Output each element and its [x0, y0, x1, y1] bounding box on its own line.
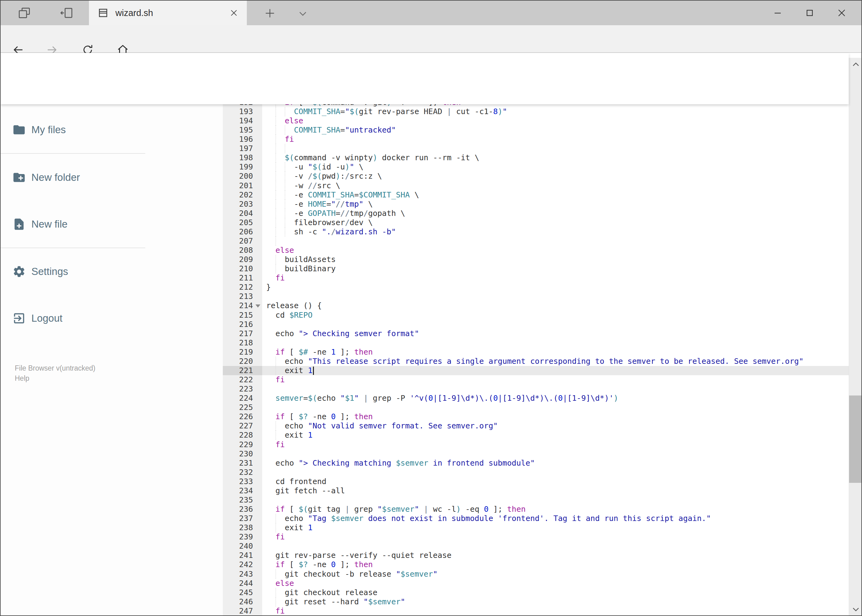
code-line[interactable]: fi — [262, 273, 849, 283]
tab-preview-icon[interactable] — [16, 5, 33, 21]
scrollbar-thumb[interactable] — [849, 396, 862, 483]
code-line[interactable]: exit 1 — [262, 523, 849, 532]
code-area[interactable]: if [ "$(command -v git)" != "" ]; then C… — [262, 104, 849, 616]
code-line[interactable]: COMMIT_SHA="untracked" — [262, 126, 849, 135]
indent-guide — [285, 209, 285, 218]
code-token: git checkout -b release — [266, 570, 396, 578]
code-line[interactable]: git reset --hard "$semver" — [262, 597, 849, 607]
sidebar-item-new-file[interactable]: New file — [1, 217, 216, 231]
code-line[interactable]: if [ $(git tag | grep "$semver" | wc -l)… — [262, 504, 849, 514]
code-line[interactable]: cd $REPO — [262, 311, 849, 320]
code-line[interactable]: -w //src \ — [262, 181, 849, 190]
code-line[interactable]: } — [262, 283, 849, 292]
code-token: command -v winpty — [294, 153, 373, 162]
code-line[interactable]: COMMIT_SHA="$(git rev-parse HEAD | cut -… — [262, 107, 849, 116]
code-line[interactable]: echo "> Checking matching $semver in fro… — [262, 459, 849, 468]
code-line[interactable]: fi — [262, 440, 849, 449]
code-line[interactable]: if [ $# -ne 1 ]; then — [262, 347, 849, 357]
code-line[interactable]: if [ "$(command -v git)" != "" ]; then — [262, 104, 849, 107]
code-line[interactable]: sh -c "./wizard.sh -b" — [262, 227, 849, 236]
code-line[interactable] — [262, 403, 849, 412]
code-line[interactable]: git checkout -b release "$semver" — [262, 570, 849, 579]
minimize-button[interactable] — [762, 3, 794, 23]
code-line[interactable]: cd frontend — [262, 477, 849, 486]
set-tabs-aside-icon[interactable] — [58, 5, 76, 21]
code-line[interactable] — [262, 144, 849, 153]
code-line[interactable]: echo "This release script requires a sin… — [262, 357, 849, 366]
code-token: / — [308, 171, 312, 181]
code-token: $( — [313, 162, 322, 171]
code-line[interactable]: buildBinary — [262, 264, 849, 273]
code-line[interactable]: git fetch --all — [262, 486, 849, 495]
indent-guide — [276, 171, 276, 181]
code-line[interactable]: if [ $? -ne 0 ]; then — [262, 560, 849, 569]
code-editor[interactable]: 1921931941951961971981992002012022032042… — [223, 104, 849, 616]
code-line[interactable]: buildAssets — [262, 255, 849, 264]
browser-tab[interactable]: wizard.sh — [89, 1, 247, 25]
code-line[interactable]: release () { — [262, 301, 849, 310]
page-scrollbar[interactable] — [849, 58, 862, 616]
code-line[interactable]: else — [262, 116, 849, 126]
code-line[interactable]: -e COMMIT_SHA=$COMMIT_SHA \ — [262, 190, 849, 200]
code-line[interactable]: filebrowser/dev \ — [262, 218, 849, 227]
line-number: 240 — [223, 542, 262, 551]
tab-list-chevron-icon[interactable] — [293, 7, 312, 20]
indent-guide — [285, 200, 285, 209]
code-line[interactable] — [262, 338, 849, 347]
code-line[interactable] — [262, 542, 849, 551]
code-token: COMMIT_SHA — [308, 190, 354, 199]
help-link[interactable]: Help — [15, 374, 29, 383]
code-line[interactable]: if [ $? -ne 0 ]; then — [262, 412, 849, 421]
code-token: $( — [313, 104, 322, 107]
code-line[interactable]: fi — [262, 375, 849, 384]
fold-toggle-icon[interactable] — [255, 305, 260, 308]
line-number: 208 — [223, 246, 262, 255]
code-token: " — [433, 570, 438, 578]
code-line[interactable]: -e HOME="//tmp" \ — [262, 200, 849, 209]
new-tab-icon[interactable] — [261, 6, 279, 20]
code-line[interactable]: git rev-parse --verify --quiet release — [262, 551, 849, 560]
code-line[interactable]: echo "Not valid semver format. See semve… — [262, 421, 849, 431]
code-line[interactable] — [262, 449, 849, 459]
code-line[interactable]: -u "$(id -u)" \ — [262, 162, 849, 171]
code-line[interactable]: echo "Tag $semver does not exist in subm… — [262, 514, 849, 523]
line-number: 222 — [223, 375, 262, 384]
code-line[interactable]: fi — [262, 135, 849, 144]
code-token: -w — [266, 181, 308, 190]
sidebar-item-settings[interactable]: Settings — [1, 265, 216, 278]
scroll-up-icon[interactable] — [849, 58, 862, 71]
indent-guide — [276, 588, 276, 597]
sidebar-item-new-folder[interactable]: New folder — [1, 171, 216, 184]
code-line[interactable]: $(command -v winpty) docker run --rm -it… — [262, 153, 849, 162]
code-line[interactable]: fi — [262, 532, 849, 542]
code-line[interactable]: echo "> Checking semver format" — [262, 329, 849, 338]
code-line[interactable] — [262, 320, 849, 329]
tab-close-icon[interactable] — [228, 7, 240, 19]
code-line[interactable]: fi — [262, 607, 849, 616]
code-token: then — [354, 560, 373, 569]
sidebar-item-my-files[interactable]: My files — [1, 123, 216, 137]
scroll-down-icon[interactable] — [849, 602, 862, 616]
indent-guide — [276, 597, 276, 607]
code-token: -e — [266, 209, 308, 218]
code-line[interactable] — [262, 384, 849, 394]
close-window-button[interactable] — [826, 3, 858, 23]
code-line[interactable]: else — [262, 246, 849, 255]
code-line[interactable]: exit 1 — [262, 366, 849, 375]
code-line[interactable]: else — [262, 579, 849, 588]
code-token — [266, 440, 276, 449]
code-line[interactable] — [262, 292, 849, 301]
code-line[interactable] — [262, 495, 849, 504]
code-line[interactable] — [262, 468, 849, 477]
code-line[interactable]: git checkout release — [262, 588, 849, 597]
code-line[interactable]: -e GOPATH=//tmp/gopath \ — [262, 209, 849, 218]
code-line[interactable] — [262, 236, 849, 246]
code-token: = — [303, 394, 308, 402]
code-token: GOPATH — [308, 209, 336, 218]
sidebar-item-logout[interactable]: Logout — [1, 311, 216, 325]
code-token: $semver — [396, 459, 428, 467]
maximize-button[interactable] — [794, 3, 826, 23]
code-line[interactable]: semver=$(echo "$1" | grep -P '^v(0|[1-9]… — [262, 394, 849, 403]
code-line[interactable]: -v /$(pwd):/src:z \ — [262, 171, 849, 181]
code-line[interactable]: exit 1 — [262, 431, 849, 440]
